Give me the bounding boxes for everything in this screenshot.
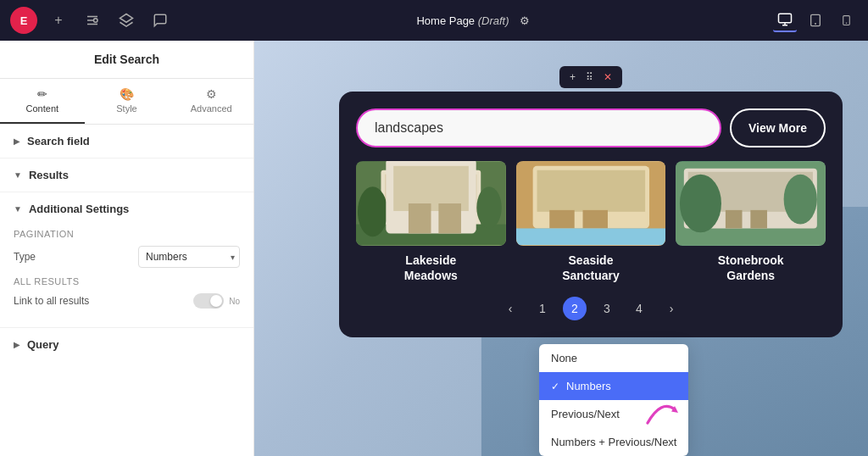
svg-rect-5 [779,14,792,23]
results-section-title: Results [29,169,69,181]
link-results-toggle[interactable] [193,293,224,309]
widget-add-icon[interactable]: + [566,70,579,85]
settings-icon[interactable] [80,8,105,33]
svg-rect-25 [516,228,666,245]
view-more-button[interactable]: View More [730,108,826,147]
card-3-name: StonebrookGardens [676,253,826,283]
type-field-row: Type Numbers None Previous/Next Numbers … [14,246,240,268]
svg-rect-22 [537,170,645,212]
toggle-knob [210,295,222,307]
page-title: Home Page (Draft) [416,14,509,27]
svg-point-18 [358,186,387,236]
card-1: LakesideMeadows [356,161,506,283]
search-widget[interactable]: + ⠿ ✕ View More [339,92,843,337]
top-toolbar: E + Home Page (Draft) ⚙ [0,0,868,41]
link-results-label: Link to all results [14,295,89,307]
advanced-tab-icon: ⚙ [206,87,217,101]
panel-tabs: ✏ Content 🎨 Style ⚙ Advanced [0,79,253,125]
tab-style[interactable]: 🎨 Style [85,79,170,124]
dropdown-numbers-prev-next[interactable]: Numbers + Previous/Next [539,428,688,456]
tab-advanced[interactable]: ⚙ Advanced [169,79,253,124]
type-label: Type [14,251,36,263]
card-3: StonebrookGardens [676,161,826,283]
toolbar-center: Home Page (Draft) ⚙ [173,14,773,27]
card-2-name: SeasideSanctuary [516,253,666,283]
svg-rect-17 [356,225,506,246]
svg-rect-12 [356,162,506,245]
search-field-section-title: Search field [27,135,90,147]
chevron-right-icon-2: ▶ [14,340,20,349]
additional-settings-title: Additional Settings [29,203,129,215]
page-2-button[interactable]: 2 [563,297,587,320]
svg-rect-24 [582,210,607,229]
chat-icon[interactable] [147,8,173,33]
svg-rect-15 [402,210,423,229]
next-page-button[interactable]: › [659,297,683,320]
additional-settings-body: Pagination Type Numbers None Previous/Ne… [0,229,253,327]
card-1-image [356,161,506,246]
svg-point-32 [784,175,817,225]
toolbar-left: E + [10,7,173,34]
svg-rect-13 [381,170,481,229]
search-bar-row: View More [356,108,826,147]
chevron-down-icon: ▼ [14,170,22,180]
link-results-field-row: Link to all results No [14,293,240,309]
dropdown-none[interactable]: None [539,344,688,372]
svg-point-3 [94,19,98,23]
type-select-wrapper[interactable]: Numbers None Previous/Next Numbers + Pre… [138,246,240,268]
section-additional-settings[interactable]: ▼ Additional Settings [0,192,253,225]
type-select[interactable]: Numbers None Previous/Next Numbers + Pre… [138,246,240,268]
card-2: SeasideSanctuary [516,161,666,283]
section-search-field[interactable]: ▶ Search field [0,125,253,158]
svg-rect-30 [751,210,768,229]
svg-rect-14 [385,175,476,212]
search-input[interactable] [356,108,721,147]
svg-rect-23 [549,210,574,229]
panel-content: ▶ Search field ▼ Results ▼ Additional Se… [0,125,253,456]
canvas-area: + ⠿ ✕ View More [254,41,868,456]
section-query[interactable]: ▶ Query [0,327,253,361]
dropdown-none-label: None [551,352,577,364]
card-1-name: LakesideMeadows [356,253,506,283]
pagination: ‹ 1 2 3 4 › [356,297,826,320]
add-button[interactable]: + [46,8,71,33]
all-results-group-label: All results [14,276,240,286]
prev-page-button[interactable]: ‹ [498,297,522,320]
toggle-no-label: No [229,297,240,306]
svg-rect-16 [435,210,456,229]
style-tab-icon: 🎨 [120,87,134,101]
tab-content[interactable]: ✏ Content [0,79,85,124]
desktop-view-button[interactable] [773,8,797,32]
section-results[interactable]: ▼ Results [0,158,253,192]
page-settings-icon[interactable]: ⚙ [520,14,530,27]
card-2-image [516,161,666,246]
arrow-indicator [644,392,678,426]
chevron-down-icon-2: ▼ [14,204,22,214]
widget-close-icon[interactable]: ✕ [600,70,615,85]
toggle-wrapper[interactable]: No [193,293,240,309]
page-3-button[interactable]: 3 [595,297,619,320]
dropdown-prev-next-label: Previous/Next [551,408,620,420]
page-1-button[interactable]: 1 [531,297,554,320]
toolbar-right [773,8,858,32]
dropdown-numbers-label: Numbers [566,380,611,392]
elementor-logo[interactable]: E [10,7,37,34]
svg-point-31 [680,175,721,233]
check-icon: ✓ [551,381,559,392]
tablet-view-button[interactable] [804,8,827,32]
main-area: Edit Search ✏ Content 🎨 Style ⚙ Advanced… [0,41,868,456]
card-3-image [676,161,826,246]
page-4-button[interactable]: 4 [627,297,651,320]
widget-move-icon[interactable]: ⠿ [582,70,597,85]
svg-rect-29 [726,210,743,229]
panel-header: Edit Search [0,41,253,79]
svg-point-19 [476,186,501,228]
mobile-view-button[interactable] [834,8,858,32]
svg-marker-4 [120,14,133,23]
widget-toolbar: + ⠿ ✕ [559,66,622,88]
cards-row: LakesideMeadows SeasideSanctuary [356,161,826,283]
layers-icon[interactable] [114,8,139,33]
dropdown-numbers-prev-next-label: Numbers + Previous/Next [551,436,676,448]
left-panel: Edit Search ✏ Content 🎨 Style ⚙ Advanced… [0,41,254,456]
chevron-right-icon: ▶ [14,136,20,146]
